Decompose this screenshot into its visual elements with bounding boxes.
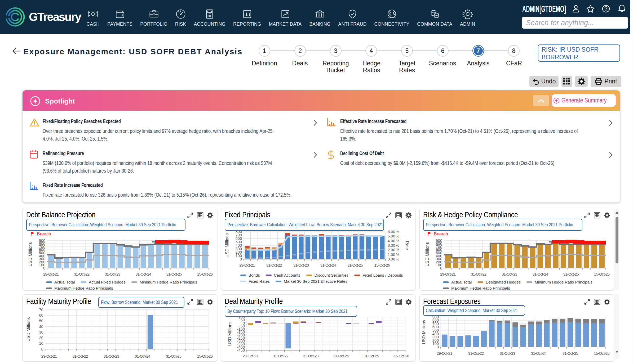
svg-text:31-Oct-24: 31-Oct-24 <box>333 354 349 358</box>
svg-text:31-Oct-25: 31-Oct-25 <box>166 272 182 276</box>
svg-text:31-Oct-22: 31-Oct-22 <box>273 354 289 358</box>
svg-text:31-Oct-24: 31-Oct-24 <box>533 272 548 276</box>
svg-text:10: 10 <box>39 341 43 345</box>
svg-text:31-Oct-23: 31-Oct-23 <box>105 272 120 276</box>
svg-text:30: 30 <box>39 330 43 334</box>
svg-text:4.00 %: 4.00 % <box>388 239 399 243</box>
svg-text:20: 20 <box>39 336 43 340</box>
svg-text:2.00 %: 2.00 % <box>388 248 399 252</box>
svg-text:31-Oct-25: 31-Oct-25 <box>166 354 182 358</box>
svg-text:31-Oct-22: 31-Oct-22 <box>72 354 88 358</box>
svg-text:31-Oct-25: 31-Oct-25 <box>347 263 363 267</box>
svg-text:15-Oct-26: 15-Oct-26 <box>594 351 610 356</box>
svg-text:29-Oct-21: 29-Oct-21 <box>243 354 258 358</box>
svg-text:900: 900 <box>432 315 439 319</box>
svg-text:0: 0 <box>41 347 43 351</box>
svg-text:50: 50 <box>39 319 43 323</box>
svg-text:15-Oct-26: 15-Oct-26 <box>594 272 610 276</box>
svg-text:31-Oct-23: 31-Oct-23 <box>303 354 319 358</box>
svg-text:31-Oct-23: 31-Oct-23 <box>104 354 119 358</box>
svg-text:31-Oct-22: 31-Oct-22 <box>471 272 486 276</box>
svg-text:15-Oct-26: 15-Oct-26 <box>197 354 213 358</box>
svg-text:USD Millions: USD Millions <box>425 242 430 267</box>
svg-text:70: 70 <box>39 308 43 312</box>
svg-text:31-Oct-23: 31-Oct-23 <box>500 351 515 356</box>
svg-text:31-Oct-24: 31-Oct-24 <box>136 272 151 276</box>
svg-text:100: 100 <box>238 315 245 319</box>
svg-text:31-Oct-23: 31-Oct-23 <box>502 272 517 276</box>
svg-text:31-Oct-24: 31-Oct-24 <box>320 263 336 267</box>
svg-text:0.00 %: 0.00 % <box>388 257 399 261</box>
svg-text:USD Millions: USD Millions <box>228 322 232 346</box>
svg-text:29-Oct-21: 29-Oct-21 <box>440 272 456 276</box>
svg-text:31-Oct-24: 31-Oct-24 <box>135 354 150 358</box>
svg-text:31-Oct-22: 31-Oct-22 <box>266 263 282 267</box>
svg-text:6.00 %: 6.00 % <box>388 231 399 234</box>
svg-text:800: 800 <box>236 231 242 234</box>
svg-text:60: 60 <box>39 313 43 317</box>
svg-text:900: 900 <box>436 239 442 243</box>
svg-text:1.00 %: 1.00 % <box>388 253 399 257</box>
svg-text:15-Oct-26: 15-Oct-26 <box>374 263 390 267</box>
svg-text:Rate: Rate <box>405 241 409 250</box>
svg-text:USD Millions: USD Millions <box>28 242 33 267</box>
svg-text:5.00 %: 5.00 % <box>388 234 399 238</box>
svg-text:15-Oct-26: 15-Oct-26 <box>197 272 213 276</box>
svg-text:900: 900 <box>39 239 45 243</box>
svg-text:29-Oct-21: 29-Oct-21 <box>239 263 255 267</box>
svg-text:29-Oct-21: 29-Oct-21 <box>41 354 57 358</box>
svg-text:USD Millions: USD Millions <box>422 320 426 344</box>
svg-text:USD Millions: USD Millions <box>225 233 229 258</box>
svg-text:31-Oct-22: 31-Oct-22 <box>468 351 484 356</box>
svg-text:29-Oct-21: 29-Oct-21 <box>43 272 59 276</box>
svg-text:31-Oct-24: 31-Oct-24 <box>531 351 547 356</box>
svg-text:31-Oct-25: 31-Oct-25 <box>563 272 579 276</box>
svg-text:31-Oct-23: 31-Oct-23 <box>293 263 309 267</box>
svg-text:3.00 %: 3.00 % <box>388 243 399 248</box>
svg-text:31-Oct-25: 31-Oct-25 <box>364 354 379 358</box>
svg-text:40: 40 <box>39 325 43 329</box>
svg-text:15-Oct-26: 15-Oct-26 <box>394 354 409 358</box>
svg-text:31-Oct-25: 31-Oct-25 <box>563 351 578 356</box>
svg-text:31-Oct-22: 31-Oct-22 <box>74 272 90 276</box>
svg-text:29-Oct-21: 29-Oct-21 <box>437 351 452 356</box>
svg-text:USD Millions: USD Millions <box>26 317 31 341</box>
